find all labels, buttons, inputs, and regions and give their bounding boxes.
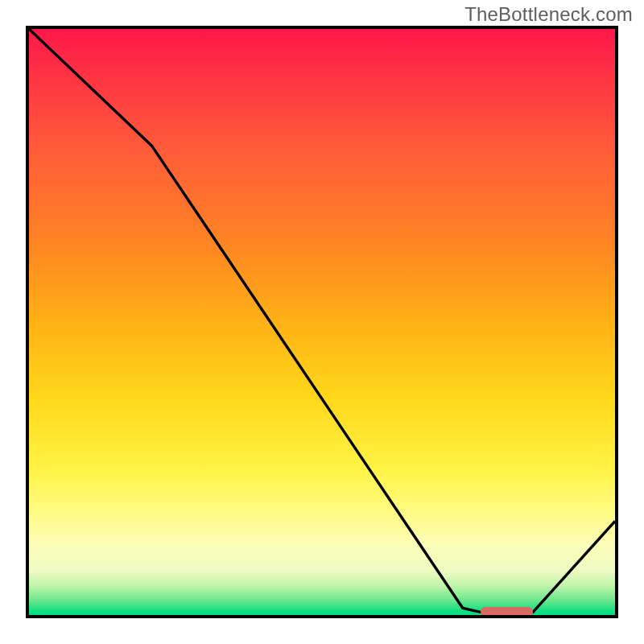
plot-area [26, 26, 618, 618]
optimal-range-marker [481, 607, 534, 617]
watermark-text: TheBottleneck.com [464, 3, 633, 26]
bottleneck-line [29, 29, 615, 615]
chart-frame: TheBottleneck.com [0, 0, 644, 644]
